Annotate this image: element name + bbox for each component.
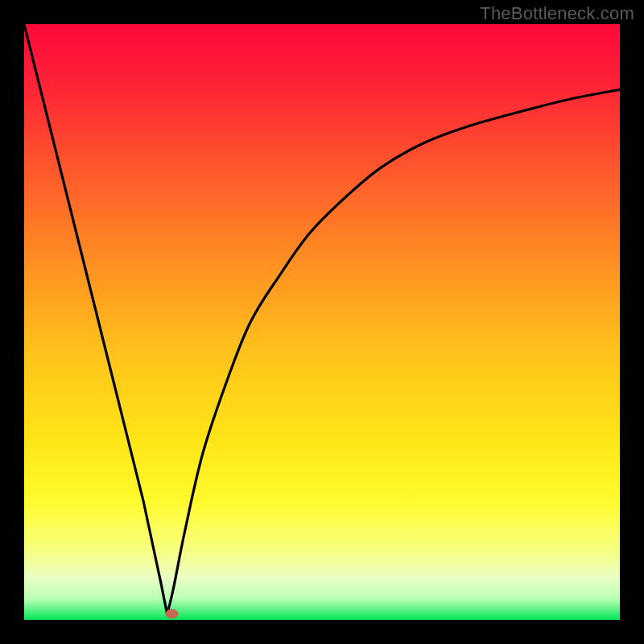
optimal-point-marker — [166, 609, 179, 619]
chart-frame: TheBottleneck.com — [0, 0, 644, 644]
watermark-text: TheBottleneck.com — [480, 3, 634, 24]
plot-background — [24, 24, 620, 620]
bottleneck-chart — [0, 0, 644, 644]
